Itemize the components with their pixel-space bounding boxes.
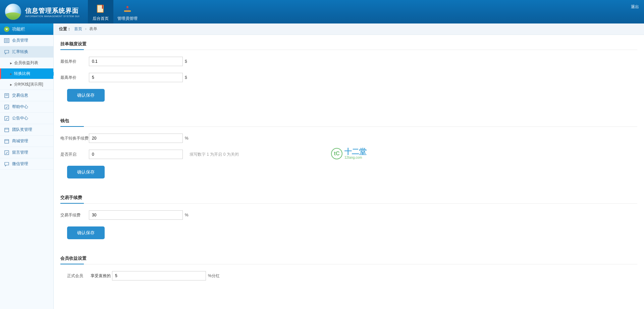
section-member-earnings: 会员收益设置 正式会员 享受直推的 %分红 bbox=[54, 249, 644, 297]
save-button[interactable]: 确认保存 bbox=[67, 89, 105, 102]
book-icon bbox=[95, 3, 106, 14]
chat-icon bbox=[4, 49, 9, 55]
admin-icon bbox=[122, 3, 133, 14]
input-min-price[interactable] bbox=[89, 57, 183, 66]
input-enable[interactable] bbox=[89, 150, 183, 159]
sidebar-item-help[interactable]: 帮助中心 bbox=[0, 101, 53, 113]
breadcrumb-current: 表单 bbox=[89, 27, 97, 31]
header: 信息管理系统界面 INFORMATION MANAGEMENT SYSTEM G… bbox=[0, 0, 644, 23]
svg-rect-14 bbox=[5, 128, 9, 132]
content: 位置： 首页 › 表单 tC 十二堂 12tang.com 挂单额度设置 最低单… bbox=[54, 23, 644, 309]
sidebar-item-label: 汇率转换 bbox=[12, 49, 28, 55]
top-nav-home[interactable]: 后台首页 bbox=[88, 0, 113, 23]
logout-link[interactable]: 退出 bbox=[631, 4, 639, 10]
save-button[interactable]: 确认保存 bbox=[67, 166, 105, 178]
caret-right-icon: ▸ bbox=[10, 71, 12, 76]
input-max-price[interactable] bbox=[89, 73, 183, 82]
sidebar-item-label: 团队奖管理 bbox=[12, 127, 32, 133]
sidebar-item-label: 商城管理 bbox=[12, 138, 28, 144]
label-transfer-fee: 电子转换手续费 bbox=[60, 136, 89, 141]
section-title: 挂单额度设置 bbox=[60, 38, 637, 50]
label-enable: 是否开启 bbox=[60, 152, 89, 157]
submenu-label: 分时K线[演示用] bbox=[14, 82, 43, 87]
breadcrumb-home[interactable]: 首页 bbox=[74, 27, 82, 31]
edit-icon bbox=[4, 116, 9, 121]
calendar-icon bbox=[4, 139, 9, 144]
logo-area: 信息管理系统界面 INFORMATION MANAGEMENT SYSTEM G… bbox=[0, 0, 85, 23]
unit-transfer-fee: % bbox=[185, 136, 189, 141]
svg-rect-16 bbox=[5, 140, 9, 143]
sidebar-item-label: 公告中心 bbox=[12, 115, 28, 121]
app-subtitle: INFORMATION MANAGEMENT SYSTEM GUI bbox=[25, 15, 79, 17]
section-title: 会员收益设置 bbox=[60, 253, 637, 264]
caret-right-icon: ▸ bbox=[10, 82, 12, 87]
sidebar-item-exchange[interactable]: 汇率转换 bbox=[0, 46, 53, 58]
label-max-price: 最高单价 bbox=[60, 75, 89, 81]
input-dividend[interactable] bbox=[112, 271, 206, 280]
svg-rect-2 bbox=[102, 5, 103, 9]
app-title: 信息管理系统界面 bbox=[25, 6, 79, 15]
sidebar-header[interactable]: 功能栏 bbox=[0, 23, 53, 35]
caret-right-icon: ▸ bbox=[10, 61, 12, 65]
sidebar-header-label: 功能栏 bbox=[12, 26, 25, 32]
sidebar-item-transactions[interactable]: 交易信息 bbox=[0, 90, 53, 101]
label-formal-member: 正式会员 bbox=[67, 273, 91, 279]
section-transaction-fee: 交易手续费 交易手续费 % 确认保存 bbox=[54, 189, 644, 249]
section-order-limit: 挂单额度设置 最低单价 $ 最高单价 $ 确认保存 bbox=[54, 35, 644, 112]
sidebar-item-members[interactable]: 会员管理 bbox=[0, 35, 53, 46]
chevron-down-icon bbox=[4, 27, 9, 32]
submenu-label: 转换比例 bbox=[14, 71, 30, 76]
top-nav-home-label: 后台首页 bbox=[93, 16, 109, 21]
prefix-direct-push: 享受直推的 bbox=[91, 273, 111, 279]
top-nav-admin-label: 管理员管理 bbox=[117, 16, 138, 21]
svg-point-4 bbox=[126, 6, 128, 8]
hint-enable: 填写数字 1 为开启 0 为关闭 bbox=[190, 152, 239, 157]
sidebar-item-label: 交易信息 bbox=[12, 93, 28, 98]
top-nav-admin[interactable]: 管理员管理 bbox=[113, 0, 142, 23]
sidebar-item-label: 留言管理 bbox=[12, 150, 28, 155]
sidebar-item-team-bonus[interactable]: 团队奖管理 bbox=[0, 124, 53, 136]
input-tx-fee[interactable] bbox=[89, 210, 183, 220]
unit-min-price: $ bbox=[185, 59, 187, 64]
submenu-kline-demo[interactable]: ▸ 分时K线[演示用] bbox=[0, 79, 53, 90]
sidebar-item-announcements[interactable]: 公告中心 bbox=[0, 113, 53, 124]
sidebar-item-wechat[interactable]: 微信管理 bbox=[0, 158, 53, 170]
doc-icon bbox=[4, 93, 9, 98]
sidebar-item-label: 微信管理 bbox=[12, 161, 28, 167]
label-tx-fee: 交易手续费 bbox=[60, 212, 89, 218]
section-title: 钱包 bbox=[60, 115, 637, 127]
breadcrumb-label: 位置： bbox=[59, 27, 71, 31]
logo-icon bbox=[5, 4, 21, 20]
unit-tx-fee: % bbox=[185, 213, 189, 217]
edit-icon bbox=[4, 104, 9, 110]
sidebar: 功能栏 会员管理 汇率转换 ▸ 会员收益列表 ▸ 转换比例 ▸ 分时K线[演示用… bbox=[0, 23, 54, 309]
svg-rect-3 bbox=[124, 10, 131, 12]
save-button[interactable]: 确认保存 bbox=[67, 226, 105, 239]
breadcrumb-sep: › bbox=[85, 27, 87, 31]
list-icon bbox=[4, 38, 9, 43]
sidebar-item-messages[interactable]: 留言管理 bbox=[0, 147, 53, 158]
sidebar-item-mall[interactable]: 商城管理 bbox=[0, 136, 53, 147]
unit-max-price: $ bbox=[185, 75, 187, 80]
section-wallet: 钱包 电子转换手续费 % 是否开启 填写数字 1 为开启 0 为关闭 确认保存 bbox=[54, 112, 644, 189]
edit-icon bbox=[4, 150, 9, 155]
breadcrumb: 位置： 首页 › 表单 bbox=[54, 23, 644, 35]
sidebar-item-label: 帮助中心 bbox=[12, 104, 28, 110]
logo-text: 信息管理系统界面 INFORMATION MANAGEMENT SYSTEM G… bbox=[25, 6, 79, 17]
submenu-conversion-ratio[interactable]: ▸ 转换比例 bbox=[0, 68, 53, 79]
submenu-label: 会员收益列表 bbox=[14, 60, 38, 66]
calendar-icon bbox=[4, 127, 9, 133]
unit-dividend: %分红 bbox=[208, 273, 220, 279]
chat-icon bbox=[4, 161, 9, 167]
top-nav: 后台首页 管理员管理 bbox=[88, 0, 142, 23]
label-min-price: 最低单价 bbox=[60, 59, 89, 64]
input-transfer-fee[interactable] bbox=[89, 134, 183, 143]
sidebar-item-label: 会员管理 bbox=[12, 38, 28, 43]
submenu-earnings-list[interactable]: ▸ 会员收益列表 bbox=[0, 58, 53, 68]
section-title: 交易手续费 bbox=[60, 192, 637, 204]
